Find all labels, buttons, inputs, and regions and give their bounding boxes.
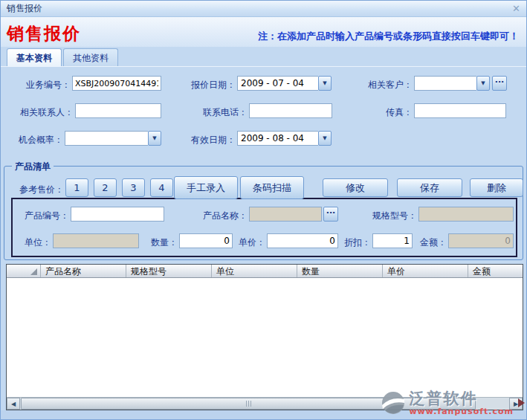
amount-input	[448, 233, 514, 248]
tab-basic-info[interactable]: 基本资料	[7, 48, 62, 66]
tab-other-info[interactable]: 其他资料	[63, 48, 118, 66]
customer-more-button[interactable]: ...	[492, 76, 507, 91]
product-no-input[interactable]	[71, 207, 164, 222]
scroll-left-icon[interactable]: ◀	[7, 398, 20, 410]
contact-input[interactable]	[75, 103, 161, 118]
discount-label: 折扣：	[340, 236, 371, 249]
vendor-url: www.fanpusoft.com	[409, 407, 514, 416]
valid-date-value: 2009 - 08 - 04	[237, 131, 318, 146]
fax-input[interactable]	[414, 103, 506, 118]
modify-button[interactable]: 修改	[323, 178, 388, 197]
vendor-text: 泛普软件 www.fanpusoft.com	[409, 390, 514, 416]
title-bar: 销售报价 ✕	[1, 1, 526, 17]
vendor-name: 泛普软件	[409, 390, 477, 407]
tab-bar: 基本资料 其他资料	[7, 48, 118, 66]
ref-price-3-button[interactable]: 3	[122, 178, 145, 197]
col-product-name[interactable]: 产品名称	[41, 265, 126, 277]
ref-price-1-button[interactable]: 1	[65, 178, 88, 197]
business-no-label: 业务编号：	[7, 79, 71, 91]
product-name-more-button[interactable]: ...	[323, 207, 338, 222]
spec-input	[418, 207, 514, 222]
product-name-label: 产品名称：	[195, 210, 248, 222]
unit-input	[53, 233, 139, 248]
sales-quote-window: 销售报价 ✕ 销售报价 注：在添加产品时输入产品编号或条形码直接按回车键即可！ …	[0, 0, 527, 420]
fax-label: 传真：	[372, 106, 413, 119]
col-qty[interactable]: 数量	[297, 265, 383, 277]
customer-dropdown-icon[interactable]: ▼	[476, 76, 490, 91]
product-list-groupbox: 产品清单 参考售价： 1 2 3 4 手工录入 条码扫描 修改 保存 删除 产品…	[4, 166, 523, 260]
spec-label: 规格型号：	[365, 210, 417, 222]
discount-input[interactable]	[372, 233, 413, 248]
ref-price-label: 参考售价：	[12, 184, 64, 196]
divider	[1, 66, 526, 67]
business-no-input[interactable]	[72, 76, 161, 91]
header-band: 销售报价 注：在添加产品时输入产品编号或条形码直接按回车键即可！	[1, 17, 526, 47]
customer-label: 相关客户：	[356, 79, 413, 91]
quote-date-picker[interactable]: 2009 - 07 - 04 ▼	[237, 76, 332, 91]
product-entry-panel: 产品编号： 产品名称： ... 规格型号： 单位： 数量： 单价： 折扣： 金额…	[11, 198, 517, 257]
unit-label: 单位：	[19, 236, 51, 249]
manual-entry-button[interactable]: 手工录入	[174, 176, 238, 199]
probability-value	[65, 131, 148, 146]
hint-note: 注：在添加产品时输入产品编号或条形码直接按回车键即可！	[258, 30, 519, 44]
vendor-logo-icon	[381, 390, 406, 416]
barcode-scan-button[interactable]: 条码扫描	[240, 176, 304, 199]
contact-label: 相关联系人：	[7, 106, 74, 119]
delete-button[interactable]: 删除	[470, 178, 523, 197]
price-input[interactable]	[267, 233, 338, 248]
phone-label: 联系电话：	[193, 106, 248, 119]
col-spec[interactable]: 规格型号	[126, 265, 212, 277]
ref-price-4-button[interactable]: 4	[150, 178, 173, 197]
valid-date-label: 有效日期：	[179, 134, 236, 146]
window-title: 销售报价	[7, 2, 42, 15]
qty-input[interactable]	[179, 233, 233, 248]
save-button[interactable]: 保存	[397, 178, 462, 197]
vendor-arrow-icon	[518, 398, 525, 407]
amount-label: 金额：	[414, 236, 447, 249]
page-title: 销售报价	[7, 25, 81, 44]
vendor-watermark: 泛普软件 www.fanpusoft.com	[381, 390, 525, 416]
ref-price-2-button[interactable]: 2	[94, 178, 117, 197]
valid-date-dropdown-icon[interactable]: ▼	[318, 131, 332, 146]
col-unit[interactable]: 单位	[212, 265, 297, 277]
customer-value	[414, 76, 476, 91]
quote-date-label: 报价日期：	[179, 79, 236, 91]
customer-combo[interactable]: ▼	[414, 76, 490, 91]
price-label: 单价：	[234, 236, 265, 249]
close-icon[interactable]: ✕	[512, 4, 520, 13]
probability-label: 机会概率：	[7, 134, 63, 146]
probability-dropdown-icon[interactable]: ▼	[148, 131, 161, 146]
selector-triangle-icon	[30, 268, 37, 275]
table-body-empty[interactable]	[7, 278, 523, 397]
product-no-label: 产品编号：	[17, 210, 69, 222]
product-name-input	[249, 207, 322, 222]
quote-date-value: 2009 - 07 - 04	[237, 76, 318, 91]
valid-date-picker[interactable]: 2009 - 08 - 04 ▼	[237, 131, 332, 146]
row-selector-header[interactable]	[7, 265, 41, 277]
quote-date-dropdown-icon[interactable]: ▼	[318, 76, 332, 91]
col-price[interactable]: 单价	[383, 265, 468, 277]
product-table: 产品名称 规格型号 单位 数量 单价 金额 ◀ ▶	[6, 264, 523, 410]
qty-label: 数量：	[146, 236, 178, 249]
groupbox-title: 产品清单	[12, 161, 54, 173]
col-amount[interactable]: 金额	[468, 265, 523, 277]
table-header-row: 产品名称 规格型号 单位 数量 单价 金额	[7, 265, 523, 278]
probability-combo[interactable]: ▼	[65, 131, 161, 146]
phone-input[interactable]	[249, 103, 332, 118]
